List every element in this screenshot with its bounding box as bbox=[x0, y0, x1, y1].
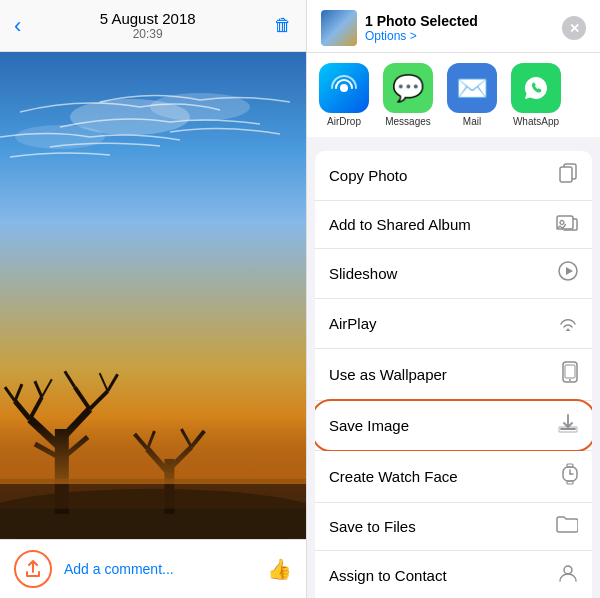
menu-sections: Copy Photo Add to Shared Album bbox=[307, 143, 600, 598]
menu-item-create-watch-face[interactable]: Create Watch Face bbox=[315, 451, 592, 503]
photo-date: 5 August 2018 bbox=[100, 10, 196, 27]
add-shared-album-icon bbox=[556, 213, 578, 236]
airplay-label: AirPlay bbox=[329, 315, 377, 332]
menu-item-save-to-files[interactable]: Save to Files bbox=[315, 503, 592, 551]
svg-line-20 bbox=[100, 373, 108, 391]
svg-line-17 bbox=[42, 379, 52, 397]
svg-marker-35 bbox=[566, 267, 573, 275]
svg-point-33 bbox=[560, 221, 564, 225]
svg-rect-28 bbox=[0, 479, 306, 509]
svg-line-14 bbox=[5, 387, 15, 401]
sheet-close-button[interactable]: ✕ bbox=[562, 16, 586, 40]
whatsapp-label: WhatsApp bbox=[513, 116, 559, 127]
app-mail[interactable]: ✉️ Mail bbox=[443, 63, 501, 127]
svg-rect-38 bbox=[565, 365, 575, 378]
add-shared-album-label: Add to Shared Album bbox=[329, 216, 471, 233]
sheet-header-left: 1 Photo Selected Options > bbox=[321, 10, 478, 46]
svg-point-39 bbox=[569, 379, 571, 381]
copy-photo-icon bbox=[558, 163, 578, 188]
watch-face-icon bbox=[562, 463, 578, 490]
assign-to-contact-label: Assign to Contact bbox=[329, 567, 447, 584]
wallpaper-label: Use as Wallpaper bbox=[329, 366, 447, 383]
svg-line-18 bbox=[65, 371, 75, 387]
messages-icon: 💬 bbox=[383, 63, 433, 113]
svg-line-7 bbox=[62, 409, 90, 439]
left-panel: ‹ 5 August 2018 20:39 🗑 bbox=[0, 0, 307, 598]
svg-line-11 bbox=[30, 397, 42, 419]
airdrop-label: AirDrop bbox=[327, 116, 361, 127]
selected-photo-thumb bbox=[321, 10, 357, 46]
svg-line-13 bbox=[90, 391, 108, 409]
sheet-title-block: 1 Photo Selected Options > bbox=[365, 13, 478, 43]
svg-point-29 bbox=[340, 84, 348, 92]
svg-point-46 bbox=[564, 566, 572, 574]
share-sheet: 1 Photo Selected Options > ✕ AirDrop 💬 M… bbox=[307, 0, 600, 598]
svg-line-25 bbox=[191, 431, 204, 447]
svg-line-10 bbox=[15, 401, 30, 419]
wallpaper-icon bbox=[562, 361, 578, 388]
sheet-header: 1 Photo Selected Options > ✕ bbox=[307, 0, 600, 53]
like-button[interactable]: 👍 bbox=[267, 557, 292, 581]
svg-rect-31 bbox=[560, 167, 572, 182]
whatsapp-icon bbox=[511, 63, 561, 113]
svg-rect-43 bbox=[567, 481, 573, 484]
create-watch-face-label: Create Watch Face bbox=[329, 468, 458, 485]
menu-item-copy-photo[interactable]: Copy Photo bbox=[315, 151, 592, 201]
mail-icon: ✉️ bbox=[447, 63, 497, 113]
photo-display bbox=[0, 52, 306, 539]
save-image-label: Save Image bbox=[329, 417, 409, 434]
svg-line-19 bbox=[108, 374, 118, 391]
save-to-files-icon bbox=[556, 515, 578, 538]
apps-row: AirDrop 💬 Messages ✉️ Mail WhatsApp bbox=[307, 53, 600, 143]
trash-button[interactable]: 🗑 bbox=[274, 15, 292, 36]
copy-photo-label: Copy Photo bbox=[329, 167, 407, 184]
bottom-bar: Add a comment... 👍 bbox=[0, 539, 306, 598]
menu-item-airplay[interactable]: AirPlay bbox=[315, 299, 592, 349]
app-airdrop[interactable]: AirDrop bbox=[315, 63, 373, 127]
airdrop-icon bbox=[319, 63, 369, 113]
share-button[interactable] bbox=[14, 550, 52, 588]
sheet-options-link[interactable]: Options > bbox=[365, 29, 478, 43]
menu-item-assign-to-contact[interactable]: Assign to Contact bbox=[315, 551, 592, 598]
photo-time: 20:39 bbox=[100, 27, 196, 41]
menu-item-wallpaper[interactable]: Use as Wallpaper bbox=[315, 349, 592, 401]
svg-line-27 bbox=[181, 429, 191, 447]
save-to-files-label: Save to Files bbox=[329, 518, 416, 535]
mail-label: Mail bbox=[463, 116, 481, 127]
svg-rect-4 bbox=[0, 504, 306, 539]
svg-line-24 bbox=[135, 434, 148, 449]
svg-point-1 bbox=[150, 93, 250, 121]
share-icon bbox=[25, 560, 41, 578]
app-whatsapp[interactable]: WhatsApp bbox=[507, 63, 565, 127]
svg-point-2 bbox=[15, 125, 105, 149]
menu-item-save-image[interactable]: Save Image bbox=[315, 401, 592, 451]
sheet-title: 1 Photo Selected bbox=[365, 13, 478, 29]
svg-line-16 bbox=[35, 381, 42, 397]
assign-to-contact-icon bbox=[558, 563, 578, 588]
svg-line-15 bbox=[15, 384, 22, 401]
top-bar: ‹ 5 August 2018 20:39 🗑 bbox=[0, 0, 306, 52]
svg-line-12 bbox=[75, 387, 90, 409]
landscape-svg bbox=[0, 319, 306, 539]
svg-line-26 bbox=[148, 431, 155, 449]
svg-marker-36 bbox=[565, 328, 571, 331]
date-time-block: 5 August 2018 20:39 bbox=[100, 10, 196, 41]
slideshow-icon bbox=[558, 261, 578, 286]
clouds-svg bbox=[0, 82, 306, 202]
svg-line-23 bbox=[169, 447, 191, 469]
comment-input[interactable]: Add a comment... bbox=[64, 561, 255, 577]
slideshow-label: Slideshow bbox=[329, 265, 397, 282]
menu-item-add-shared-album[interactable]: Add to Shared Album bbox=[315, 201, 592, 249]
airplay-icon bbox=[558, 311, 578, 336]
save-image-icon bbox=[558, 413, 578, 438]
menu-item-slideshow[interactable]: Slideshow bbox=[315, 249, 592, 299]
messages-label: Messages bbox=[385, 116, 431, 127]
menu-section-1: Copy Photo Add to Shared Album bbox=[315, 151, 592, 598]
back-button[interactable]: ‹ bbox=[14, 13, 21, 39]
svg-rect-42 bbox=[567, 464, 573, 467]
app-messages[interactable]: 💬 Messages bbox=[379, 63, 437, 127]
